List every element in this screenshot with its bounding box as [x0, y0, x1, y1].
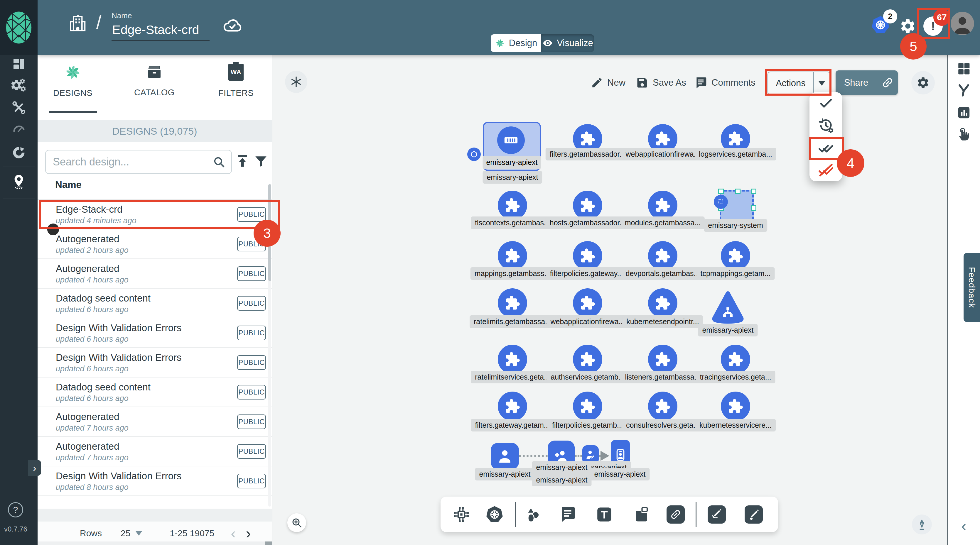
design-row[interactable]: Datadog seed contentupdated 6 hours agoP…	[38, 289, 272, 318]
dock-mesh-components-icon[interactable]	[452, 497, 471, 532]
design-row[interactable]: Design With Validation Errorsupdated 6 h…	[38, 348, 272, 378]
node-crd[interactable]	[648, 345, 678, 374]
dock-note-icon[interactable]	[633, 497, 650, 532]
node-emissary-apiext-triangle[interactable]	[710, 289, 746, 325]
design-name: Datadog seed content	[56, 381, 151, 393]
nav-performance-gauge-icon[interactable]	[0, 121, 38, 135]
node-label: emissary-apiext	[475, 468, 535, 480]
panel-tab-catalog[interactable]: CATALOG	[119, 64, 189, 97]
filter-funnel-icon[interactable]	[254, 154, 268, 168]
node-crd[interactable]	[648, 191, 678, 220]
share-split-button[interactable]: Share	[835, 70, 898, 95]
node-crd[interactable]	[573, 191, 602, 220]
dock-comment-icon[interactable]	[559, 497, 576, 532]
sidebar-expand-chevron[interactable]: ›	[28, 460, 41, 476]
comments-button[interactable]: Comments	[694, 72, 756, 94]
node-crd[interactable]	[573, 392, 602, 421]
design-name: Autogenerated	[56, 234, 119, 245]
design-row[interactable]: Design With Validation Errorsupdated 8 h…	[38, 466, 272, 496]
dock-freehand-pencil-icon[interactable]	[745, 497, 763, 532]
node-sublabel: emissary-apiext	[482, 171, 542, 184]
node-crd[interactable]	[573, 241, 602, 270]
actions-menu-item-dry-run[interactable]	[810, 114, 842, 137]
design-row[interactable]: Design With Validation Errorsupdated 6 h…	[38, 318, 272, 348]
canvas-dock-toolbar	[441, 497, 778, 532]
dock-shapes-icon[interactable]	[524, 497, 542, 532]
snowflake-freeze-icon[interactable]	[285, 71, 307, 93]
node-crd[interactable]	[648, 288, 678, 318]
node-crd[interactable]	[721, 241, 750, 270]
rows-per-page-caret-icon[interactable]	[135, 531, 142, 535]
meshery-logo[interactable]	[0, 0, 38, 55]
dock-text-icon[interactable]	[595, 497, 613, 532]
rows-per-page-select[interactable]: 25	[121, 528, 130, 538]
dashboard-chart-icon[interactable]	[948, 105, 980, 120]
nav-lifecycle-gears-icon[interactable]	[0, 78, 38, 93]
relationships-branch-icon[interactable]	[948, 83, 980, 98]
dock-kubernetes-icon[interactable]	[485, 497, 504, 532]
tab-design[interactable]: Design	[491, 34, 541, 52]
node-person[interactable]	[491, 443, 519, 469]
dock-annotate-pen-icon[interactable]	[708, 497, 726, 532]
help-label: ?	[13, 505, 18, 515]
panel-tab-designs[interactable]: DESIGNS	[38, 64, 108, 98]
node-crd[interactable]	[498, 392, 527, 421]
panel-tab-designs-label: DESIGNS	[53, 88, 92, 98]
design-mode-pen-nib-icon[interactable]	[912, 515, 932, 534]
design-updated: updated 4 hours ago	[56, 275, 129, 284]
node-label: authservices.getamb...	[547, 371, 629, 383]
node-emissary-apiext-selected[interactable]: emissary-apiext	[483, 122, 541, 171]
design-row[interactable]: Autogeneratedupdated 7 hours agoPUBLIC	[38, 437, 272, 466]
nav-extensions-icon[interactable]	[0, 145, 38, 160]
node-label: filterpolicies.getamb...	[548, 419, 627, 432]
node-crd[interactable]	[498, 288, 527, 318]
help-button[interactable]: ?	[8, 502, 23, 518]
import-design-icon[interactable]	[235, 153, 250, 168]
zoom-button[interactable]	[287, 513, 306, 532]
collapse-panel-chevron[interactable]: ‹	[948, 517, 980, 535]
nav-kanvas-pin-icon[interactable]	[0, 174, 38, 189]
new-button[interactable]: New	[591, 72, 625, 94]
node-crd[interactable]	[648, 241, 678, 270]
design-row[interactable]: Autogeneratedupdated 2 hours agoPUBLIC	[38, 229, 272, 259]
organization-building-icon[interactable]	[68, 14, 88, 33]
node-crd[interactable]	[648, 392, 678, 421]
prev-page-button[interactable]: ‹	[231, 524, 236, 542]
node-crd[interactable]	[573, 288, 602, 318]
copy-link-icon[interactable]	[877, 76, 898, 89]
annotation-box-actions-button	[765, 69, 832, 95]
user-avatar[interactable]	[951, 12, 974, 67]
tab-visualize[interactable]: Visualize	[541, 34, 594, 52]
node-label: webapplicationfirewa...	[622, 148, 704, 160]
feedback-tab[interactable]: Feedback	[964, 253, 980, 322]
design-canvas[interactable]: New Save As Comments Actions Share emiss…	[272, 55, 947, 545]
interaction-hand-icon[interactable]	[948, 127, 980, 142]
design-row[interactable]: Datadog seed contentupdated 6 hours agoP…	[38, 378, 272, 407]
annotation-box-design-row	[39, 200, 280, 229]
node-crd[interactable]	[498, 191, 527, 220]
kubernetes-context-button[interactable]: 2	[870, 15, 891, 70]
dock-link-icon[interactable]	[667, 497, 685, 532]
node-crd[interactable]	[498, 345, 527, 374]
node-crd[interactable]	[498, 241, 527, 270]
next-page-button[interactable]: ›	[246, 524, 251, 542]
nav-divider	[3, 199, 35, 199]
design-row[interactable]: Autogeneratedupdated 4 hours agoPUBLIC	[38, 259, 272, 289]
canvas-settings-gear-button[interactable]	[911, 71, 935, 94]
search-icon[interactable]	[213, 156, 231, 168]
annotation-step-5: 5	[900, 33, 927, 60]
node-crd[interactable]	[721, 345, 750, 374]
tab-design-label: Design	[509, 38, 538, 48]
designs-panel: DESIGNS CATALOG WA FILTERS DESIGNS (19,0…	[38, 55, 272, 545]
design-name-input[interactable]	[111, 20, 210, 41]
nav-dashboard-icon[interactable]	[0, 57, 38, 71]
node-crd[interactable]	[573, 345, 602, 374]
search-input[interactable]	[46, 156, 213, 168]
design-row[interactable]: Autogeneratedupdated 7 hours agoPUBLIC	[38, 407, 272, 437]
nav-configuration-tools-icon[interactable]	[0, 100, 38, 115]
panel-tab-filters[interactable]: WA FILTERS	[201, 64, 271, 98]
node-crd[interactable]	[721, 392, 750, 421]
panel-hscrollbar-thumb[interactable]	[265, 542, 272, 545]
namespace-badge-icon	[714, 195, 728, 209]
save-as-button[interactable]: Save As	[636, 72, 686, 94]
